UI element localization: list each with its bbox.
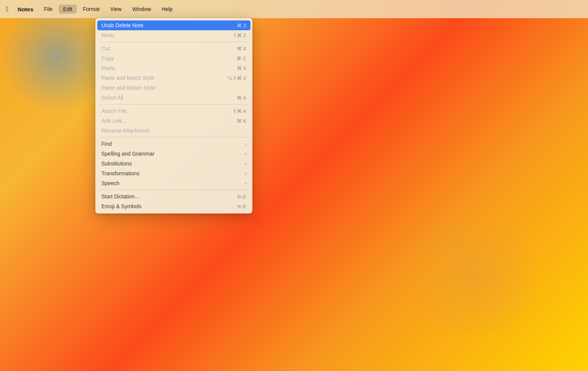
substitutions-chevron-icon: › [245,161,246,166]
menu-item-undo-label: Undo Delete Note [101,22,143,28]
separator-4 [99,190,249,190]
menu-item-cut-shortcut: ⌘ X [237,46,246,51]
menubar:  Notes File Edit Format View Window Hel… [0,0,588,18]
menu-item-attach-file[interactable]: Attach File… ⇧⌘ A [95,106,252,116]
menu-item-paste-retain[interactable]: Paste and Retain Style [95,83,252,93]
menu-item-substitutions-right: › [245,161,246,166]
menu-item-redo-shortcut: ⇧⌘ Z [233,33,246,38]
menu-item-paste-match-shortcut: ⌥⇧⌘ V [227,75,246,81]
spelling-chevron-icon: › [245,151,246,156]
find-chevron-icon: › [245,142,246,146]
menu-item-transformations[interactable]: Transformations › [95,168,252,178]
menubar-item-format[interactable]: Format [78,5,104,14]
menu-item-cut-label: Cut [101,45,110,51]
menu-item-copy[interactable]: Copy ⌘ C [95,53,252,63]
menu-item-speech[interactable]: Speech › [95,178,252,188]
menu-item-attach-shortcut: ⇧⌘ A [233,108,246,114]
menubar-item-notes[interactable]: Notes [13,5,38,14]
apple-menu-icon[interactable]:  [6,5,9,13]
menu-item-add-link[interactable]: Add Link… ⌘ K [95,116,252,126]
menu-item-paste-label: Paste [101,65,115,71]
menu-item-dictation-label: Start Dictation… [101,193,140,200]
menu-item-undo-shortcut: ⌘ Z [237,23,246,28]
menubar-item-file[interactable]: File [39,5,57,14]
menu-item-copy-shortcut: ⌘ C [236,56,246,61]
menu-item-add-link-shortcut: ⌘ K [237,118,246,124]
menu-item-transformations-label: Transformations [101,170,140,176]
menu-item-speech-label: Speech [101,180,119,186]
menu-item-spelling-grammar[interactable]: Spelling and Grammar › [95,149,252,159]
menu-item-emoji-label: Emoji & Symbols [101,203,142,209]
separator-3 [99,137,249,137]
menu-item-cut[interactable]: Cut ⌘ X [95,44,252,53]
menu-item-paste-match-label: Paste and Match Style [101,75,154,81]
menu-item-paste-match[interactable]: Paste and Match Style ⌥⇧⌘ V [95,73,252,83]
menu-item-substitutions[interactable]: Substitutions › [95,159,252,168]
menu-item-start-dictation[interactable]: Start Dictation… fn D [95,192,252,201]
menu-item-rename-label: Rename Attachment… [101,128,155,134]
menubar-item-help[interactable]: Help [157,5,177,14]
menu-item-speech-right: › [245,181,246,186]
menu-item-transformations-right: › [245,171,246,176]
menu-item-undo-delete-note[interactable]: Undo Delete Note ⌘ Z [97,20,250,30]
separator-1 [99,42,249,42]
menu-item-spelling-label: Spelling and Grammar [101,151,154,157]
edit-menu-dropdown: Undo Delete Note ⌘ Z Redo ⇧⌘ Z Cut ⌘ X C… [95,18,252,214]
menu-item-find-right: › [245,142,246,146]
speech-chevron-icon: › [245,181,246,186]
menu-item-select-all-shortcut: ⌘ A [237,95,246,101]
menu-item-paste-shortcut: ⌘ V [237,65,246,71]
menu-item-add-link-label: Add Link… [101,118,127,124]
menu-item-attach-label: Attach File… [101,108,132,114]
menu-item-dictation-shortcut: fn D [237,194,246,200]
separator-2 [99,104,249,104]
menu-item-find-label: Find [101,141,112,147]
menu-item-select-all-label: Select All [101,95,123,101]
menubar-item-edit[interactable]: Edit [59,5,77,14]
menubar-item-view[interactable]: View [106,5,126,14]
menu-item-paste-retain-label: Paste and Retain Style [101,85,155,91]
menu-item-substitutions-label: Substitutions [101,161,132,167]
menubar-item-window[interactable]: Window [128,5,156,14]
menu-item-redo-label: Redo [101,32,114,38]
menu-item-find[interactable]: Find › [95,139,252,149]
menu-item-redo[interactable]: Redo ⇧⌘ Z [95,30,252,40]
menu-item-emoji-shortcut: fn E [238,204,246,209]
transformations-chevron-icon: › [245,171,246,176]
menu-item-rename-attachment[interactable]: Rename Attachment… [95,126,252,136]
menu-item-copy-label: Copy [101,55,114,61]
menu-item-paste[interactable]: Paste ⌘ V [95,63,252,73]
menu-item-select-all[interactable]: Select All ⌘ A [95,93,252,103]
menu-item-spelling-right: › [245,151,246,156]
menu-item-emoji-symbols[interactable]: Emoji & Symbols fn E [95,201,252,211]
desktop [0,0,588,371]
